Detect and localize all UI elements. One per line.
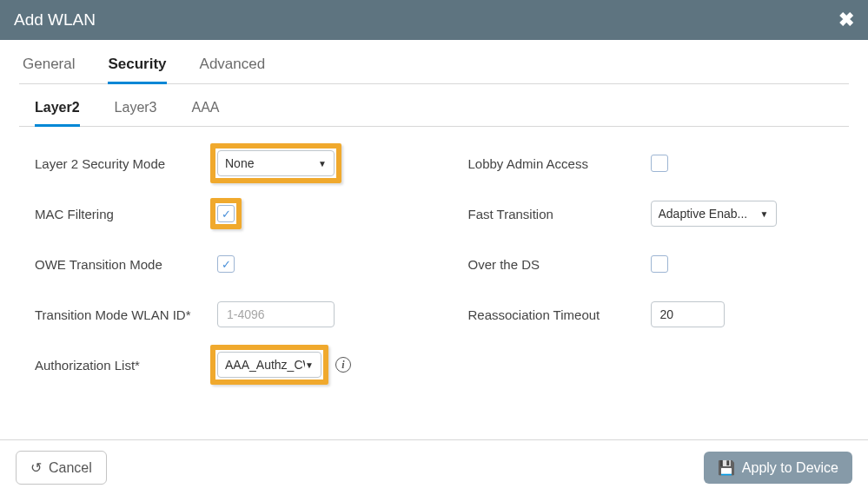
tab-advanced[interactable]: Advanced	[200, 49, 266, 84]
label-reassociation-timeout: Reassociation Timeout	[468, 307, 651, 322]
checkbox-over-the-ds[interactable]	[651, 255, 668, 273]
subtab-layer3[interactable]: Layer3	[115, 93, 157, 127]
row-fast-transition: Fast Transition Adaptive Enab... ▼	[468, 200, 850, 228]
label-over-the-ds: Over the DS	[468, 257, 651, 272]
tab-general[interactable]: General	[23, 49, 75, 84]
row-lobby-admin-access: Lobby Admin Access	[468, 149, 850, 177]
close-icon[interactable]: ✖	[838, 9, 854, 31]
checkbox-lobby-admin-access[interactable]	[651, 155, 668, 172]
modal-title: Add WLAN	[14, 10, 96, 30]
select-fast-transition-value: Adaptive Enab...	[659, 207, 748, 221]
label-authorization-list: Authorization List*	[35, 358, 217, 373]
select-fast-transition[interactable]: Adaptive Enab... ▼	[651, 201, 777, 227]
row-owe-transition: OWE Transition Mode ✓	[35, 250, 416, 278]
checkbox-owe-transition[interactable]: ✓	[217, 255, 235, 273]
subtab-layer2[interactable]: Layer2	[35, 93, 80, 127]
row-l2-security-mode: Layer 2 Security Mode None ▼	[35, 149, 416, 177]
label-l2-security-mode: Layer 2 Security Mode	[35, 156, 217, 171]
modal-header: Add WLAN ✖	[0, 0, 868, 40]
label-lobby-admin-access: Lobby Admin Access	[468, 156, 651, 171]
label-fast-transition: Fast Transition	[468, 207, 651, 221]
check-icon: ✓	[222, 258, 231, 271]
cancel-button[interactable]: ↺ Cancel	[16, 451, 107, 485]
input-transition-wlan-id[interactable]	[217, 301, 335, 327]
row-reassociation-timeout: Reassociation Timeout	[468, 300, 850, 328]
input-reassociation-timeout[interactable]	[651, 301, 725, 327]
security-subtabs: Layer2 Layer3 AAA	[19, 93, 849, 127]
right-column: Lobby Admin Access Fast Transition Adapt…	[468, 149, 850, 401]
info-icon[interactable]: i	[335, 357, 351, 373]
caret-down-icon: ▼	[318, 159, 327, 168]
select-authorization-list[interactable]: AAA_Authz_CW... ▼	[217, 352, 321, 378]
tab-security[interactable]: Security	[108, 49, 166, 84]
left-column: Layer 2 Security Mode None ▼ MAC Filteri…	[35, 149, 416, 401]
caret-down-icon: ▼	[760, 209, 769, 219]
checkbox-mac-filtering[interactable]: ✓	[217, 205, 235, 222]
row-authorization-list: Authorization List* AAA_Authz_CW... ▼ i	[35, 351, 416, 379]
subtab-aaa[interactable]: AAA	[192, 93, 220, 127]
select-l2-security-mode[interactable]: None ▼	[217, 150, 335, 176]
select-l2-security-mode-value: None	[225, 156, 254, 170]
check-icon: ✓	[222, 208, 231, 221]
row-transition-wlan-id: Transition Mode WLAN ID*	[35, 300, 416, 328]
row-over-the-ds: Over the DS	[468, 250, 850, 278]
form-columns: Layer 2 Security Mode None ▼ MAC Filteri…	[19, 149, 849, 401]
modal-body: General Security Advanced Layer2 Layer3 …	[0, 40, 868, 439]
label-transition-wlan-id: Transition Mode WLAN ID*	[35, 307, 217, 322]
label-owe-transition: OWE Transition Mode	[35, 257, 217, 272]
undo-icon: ↺	[30, 459, 42, 476]
main-tabs: General Security Advanced	[19, 49, 849, 84]
caret-down-icon: ▼	[305, 360, 314, 370]
select-authorization-list-value: AAA_Authz_CW...	[225, 358, 305, 372]
label-mac-filtering: MAC Filtering	[35, 207, 217, 221]
add-wlan-modal: Add WLAN ✖ General Security Advanced Lay…	[0, 0, 868, 495]
cancel-button-label: Cancel	[49, 460, 92, 476]
apply-button-label: Apply to Device	[742, 460, 838, 476]
row-mac-filtering: MAC Filtering ✓	[35, 200, 416, 228]
save-icon: 💾	[718, 459, 735, 476]
modal-footer: ↺ Cancel 💾 Apply to Device	[0, 439, 868, 495]
apply-to-device-button[interactable]: 💾 Apply to Device	[704, 452, 852, 484]
